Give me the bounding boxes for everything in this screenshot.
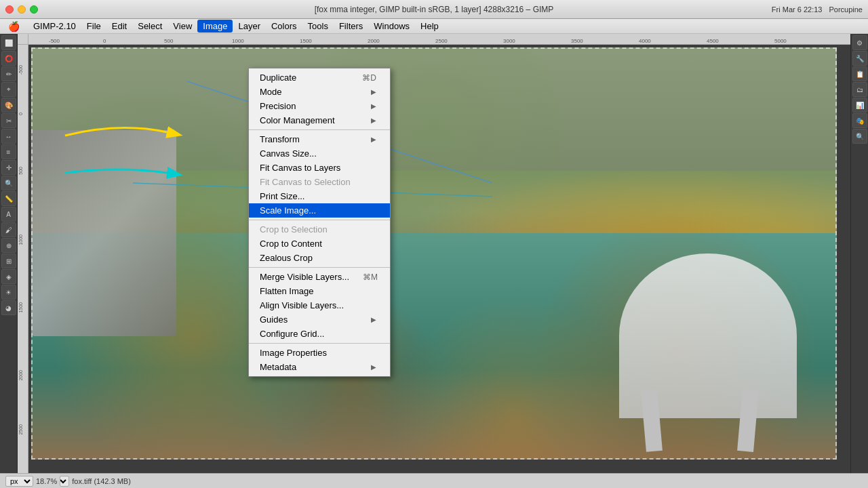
menu-edit[interactable]: Edit xyxy=(106,20,132,33)
menu-item-label: Metadata xyxy=(260,362,296,372)
right-panel-tool1[interactable]: ⚙ xyxy=(852,35,867,50)
menu-item-flatten[interactable]: Flatten Image xyxy=(249,284,390,298)
submenu-arrow-icon: ▶ xyxy=(371,316,376,323)
tool-perspective-clone[interactable]: ⊞ xyxy=(1,253,16,268)
minimize-button[interactable] xyxy=(18,5,26,14)
menu-view[interactable]: View xyxy=(167,20,197,33)
menubar: 🍎 GIMP-2.10 File Edit Select View Image … xyxy=(0,19,868,34)
tool-move[interactable]: ✛ xyxy=(1,160,16,175)
unit-select[interactable]: px in cm xyxy=(5,476,33,487)
menu-item-label: Align Visible Layers... xyxy=(260,300,344,310)
menu-divider-3 xyxy=(249,267,390,268)
menu-item-label: Color Management xyxy=(260,115,335,125)
apple-menu[interactable]: 🍎 xyxy=(3,20,25,33)
menu-item-shortcut: ⌘M xyxy=(363,272,378,282)
photo-background xyxy=(31,47,837,460)
menu-item-precision[interactable]: Precision ▶ xyxy=(249,99,390,113)
menu-image[interactable]: Image xyxy=(197,20,233,33)
menu-item-fit-canvas-selection: Fit Canvas to Selection xyxy=(249,175,390,189)
tool-smudge[interactable]: ◕ xyxy=(1,300,16,315)
ruler-left: -500 0 500 1000 1500 2000 2500 xyxy=(18,45,28,473)
tool-crop[interactable]: ✂ xyxy=(1,113,16,128)
menu-divider-1 xyxy=(249,129,390,130)
right-panel-tool3[interactable]: 📋 xyxy=(852,66,867,81)
tool-transform[interactable]: ↔ xyxy=(1,129,16,144)
menu-item-label: Canvas Size... xyxy=(260,148,317,159)
tool-zoom[interactable]: 🔍 xyxy=(1,176,16,190)
menu-select[interactable]: Select xyxy=(132,20,167,33)
menu-item-duplicate[interactable]: Duplicate ⌘D xyxy=(249,70,390,85)
photo-canvas xyxy=(31,47,837,460)
menu-item-label: Duplicate xyxy=(260,73,296,83)
right-panel-tool5[interactable]: 📊 xyxy=(852,98,867,113)
menu-divider-4 xyxy=(249,343,390,344)
right-panel-tool2[interactable]: 🔧 xyxy=(852,51,867,66)
menu-item-label: Configure Grid... xyxy=(260,329,324,339)
submenu-arrow-icon: ▶ xyxy=(371,136,376,143)
menu-item-canvas-size[interactable]: Canvas Size... xyxy=(249,146,390,161)
menu-item-label: Crop to Content xyxy=(260,239,322,249)
menu-item-scale-image[interactable]: Scale Image... xyxy=(249,203,390,218)
menu-item-align-visible[interactable]: Align Visible Layers... xyxy=(249,298,390,312)
submenu-arrow-icon: ▶ xyxy=(371,117,376,124)
menu-item-label: Transform xyxy=(260,134,300,144)
menu-item-label: Zealous Crop xyxy=(260,253,313,263)
menu-item-guides[interactable]: Guides ▶ xyxy=(249,312,390,327)
tool-text[interactable]: A xyxy=(1,207,16,222)
maximize-button[interactable] xyxy=(30,5,38,14)
menu-item-label: Fit Canvas to Selection xyxy=(260,177,351,187)
tool-fuzzy-select[interactable]: ⌖ xyxy=(1,82,16,97)
menu-item-print-size[interactable]: Print Size... xyxy=(249,189,390,203)
tool-ellipse-select[interactable]: ⭕ xyxy=(1,51,16,66)
menu-item-metadata[interactable]: Metadata ▶ xyxy=(249,360,390,374)
tool-measure[interactable]: 📏 xyxy=(1,191,16,206)
menu-item-label: Print Size... xyxy=(260,191,304,201)
tool-paint[interactable]: 🖌 xyxy=(1,222,16,237)
datetime: Fri Mar 6 22:13 xyxy=(772,5,823,14)
menu-item-crop-selection: Crop to Selection xyxy=(249,222,390,237)
tool-blur[interactable]: ◈ xyxy=(1,269,16,284)
tool-rect-select[interactable]: ⬜ xyxy=(1,35,16,50)
menu-item-label: Merge Visible Layers... xyxy=(260,272,349,282)
statusbar: px in cm 18.7% fox.tiff (142.3 MB) xyxy=(0,473,868,488)
left-toolbar: ⬜ ⭕ ✏ ⌖ 🎨 ✂ ↔ ≡ ✛ 🔍 📏 A 🖌 ⊕ ⊞ ◈ ☀ ◕ xyxy=(0,34,18,473)
menu-gimp[interactable]: GIMP-2.10 xyxy=(28,20,81,33)
menu-item-crop-content[interactable]: Crop to Content xyxy=(249,237,390,251)
right-panel-tool4[interactable]: 🗂 xyxy=(852,82,867,97)
tool-heal[interactable]: ⊕ xyxy=(1,238,16,253)
tool-dodge-burn[interactable]: ☀ xyxy=(1,285,16,300)
menu-tools[interactable]: Tools xyxy=(302,20,334,33)
menu-filters[interactable]: Filters xyxy=(334,20,368,33)
menu-file[interactable]: File xyxy=(81,20,106,33)
menu-item-configure-grid[interactable]: Configure Grid... xyxy=(249,327,390,341)
zoom-select[interactable] xyxy=(60,476,69,487)
close-button[interactable] xyxy=(5,5,14,14)
window-title: [fox mma integer, GIMP built-in sRGB, 1 … xyxy=(315,5,554,14)
menu-item-label: Image Properties xyxy=(260,348,327,358)
menu-item-color-management[interactable]: Color Management ▶ xyxy=(249,113,390,127)
submenu-arrow-icon: ▶ xyxy=(371,363,376,371)
tool-select-color[interactable]: 🎨 xyxy=(1,98,16,113)
title-right-area: Fri Mar 6 22:13 Porcupine xyxy=(772,5,863,14)
tool-free-select[interactable]: ✏ xyxy=(1,66,16,81)
menu-layer[interactable]: Layer xyxy=(233,20,266,33)
zoom-level: 18.7% xyxy=(36,477,57,485)
menu-item-mode[interactable]: Mode ▶ xyxy=(249,85,390,99)
menu-windows[interactable]: Windows xyxy=(368,20,415,33)
image-dropdown-menu: Duplicate ⌘D Mode ▶ Precision ▶ Color Ma… xyxy=(248,68,391,377)
menu-item-merge-visible[interactable]: Merge Visible Layers... ⌘M xyxy=(249,270,390,284)
menu-item-image-properties[interactable]: Image Properties xyxy=(249,346,390,360)
right-panel-tool7[interactable]: 🔍 xyxy=(852,129,867,144)
menu-item-label: Crop to Selection xyxy=(260,224,328,235)
menu-item-zealous-crop[interactable]: Zealous Crop xyxy=(249,251,390,265)
menu-item-label: Scale Image... xyxy=(260,205,316,216)
menu-help[interactable]: Help xyxy=(415,20,444,33)
menu-colors[interactable]: Colors xyxy=(266,20,302,33)
right-sidebar: ⚙ 🔧 📋 🗂 📊 🎭 🔍 xyxy=(850,34,868,473)
menu-item-transform[interactable]: Transform ▶ xyxy=(249,132,390,146)
menu-item-fit-canvas-layers[interactable]: Fit Canvas to Layers xyxy=(249,161,390,175)
main-layout: ⬜ ⭕ ✏ ⌖ 🎨 ✂ ↔ ≡ ✛ 🔍 📏 A 🖌 ⊕ ⊞ ◈ ☀ ◕ -500… xyxy=(0,34,868,473)
menu-item-label: Fit Canvas to Layers xyxy=(260,163,340,173)
tool-align[interactable]: ≡ xyxy=(1,144,16,159)
right-panel-tool6[interactable]: 🎭 xyxy=(852,113,867,128)
